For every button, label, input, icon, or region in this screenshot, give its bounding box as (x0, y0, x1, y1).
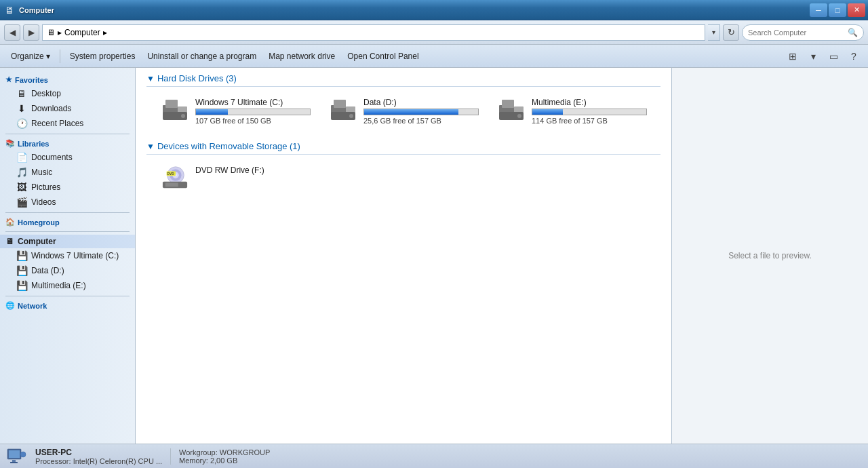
address-dropdown[interactable]: ▾ (708, 24, 720, 41)
sidebar-item-videos[interactable]: 🎬 Videos (0, 195, 135, 210)
libraries-label: Libraries (18, 140, 49, 148)
path-text: Computer (64, 28, 100, 37)
c-drive-icon-wrap (161, 98, 189, 122)
dvd-drive-name: DVD RW Drive (F:) (195, 165, 264, 175)
main-content: ★ Favorites 🖥 Desktop ⬇ Downloads 🕐 Rece… (0, 68, 868, 444)
removable-grid: DVD DVD RW Drive (F:) (146, 163, 660, 193)
search-box[interactable]: 🔍 (742, 24, 864, 41)
dvd-drive-item[interactable]: DVD DVD RW Drive (F:) (157, 163, 293, 193)
sidebar-item-e-drive[interactable]: 💾 Multimedia (E:) (0, 278, 135, 293)
sidebar: ★ Favorites 🖥 Desktop ⬇ Downloads 🕐 Rece… (0, 68, 136, 444)
sidebar-item-pictures[interactable]: 🖼 Pictures (0, 180, 135, 195)
homegroup-label: Homegroup (18, 218, 60, 227)
e-drive-bar (532, 109, 563, 115)
d-drive-icon: 💾 (16, 265, 27, 276)
sidebar-section-homegroup: 🏠 Homegroup (0, 216, 135, 229)
organize-label: Organize (11, 52, 44, 61)
processor-value: Intel(R) Celeron(R) CPU ... (73, 457, 162, 465)
svg-rect-25 (12, 460, 16, 462)
sidebar-item-recent[interactable]: 🕐 Recent Places (0, 116, 135, 131)
pictures-label: Pictures (31, 182, 60, 192)
c-drive-name: Windows 7 Ultimate (C:) (195, 98, 311, 107)
svg-point-27 (20, 452, 26, 457)
svg-rect-1 (165, 100, 178, 108)
d-drive-name: Data (D:) (363, 98, 479, 107)
hard-drives-title: Hard Disk Drives (3) (157, 73, 237, 83)
open-control-panel-button[interactable]: Open Control Panel (342, 47, 424, 65)
c-drive-bar-container (195, 109, 311, 115)
window-icon: 🖥 (3, 3, 16, 17)
svg-point-4 (181, 114, 185, 118)
c-drive-bar (196, 109, 228, 115)
hard-drives-header[interactable]: ▼ Hard Disk Drives (3) (146, 73, 660, 87)
file-area: ▼ Hard Disk Drives (3) (136, 68, 671, 444)
sidebar-header-favorites[interactable]: ★ Favorites (0, 73, 135, 86)
pictures-icon: 🖼 (16, 182, 27, 193)
organize-arrow: ▾ (46, 52, 50, 61)
address-path[interactable]: 🖥 ▸ Computer ▸ (42, 24, 705, 41)
c-drive-label: Windows 7 Ultimate (C:) (31, 251, 119, 260)
organize-button[interactable]: Organize ▾ (5, 47, 56, 65)
hdd-svg-c (161, 98, 189, 121)
processor-label: Processor: (35, 457, 71, 465)
view-dropdown-button[interactable]: ▾ (804, 47, 822, 65)
favorites-icon: ★ (5, 75, 12, 84)
sidebar-item-documents[interactable]: 📄 Documents (0, 150, 135, 165)
d-drive-bar-container (363, 109, 479, 115)
workgroup-value: WORKGROUP (220, 448, 271, 456)
map-network-button[interactable]: Map network drive (263, 47, 340, 65)
maximize-button[interactable]: □ (829, 3, 846, 17)
view-toggle-button[interactable]: ⊞ (784, 47, 802, 65)
system-properties-button[interactable]: System properties (64, 47, 141, 65)
sidebar-section-libraries: 📚 Libraries 📄 Documents 🎵 Music 🖼 Pictur… (0, 137, 135, 210)
sidebar-header-libraries[interactable]: 📚 Libraries (0, 137, 135, 150)
status-workgroup-info: Workgroup: WORKGROUP Memory: 2,00 GB (179, 448, 270, 465)
status-pc-name: USER-PC (35, 448, 162, 457)
hdd-svg-d (330, 98, 357, 121)
sidebar-item-c-drive[interactable]: 💾 Windows 7 Ultimate (C:) (0, 248, 135, 263)
search-input[interactable] (748, 28, 845, 37)
sidebar-header-computer[interactable]: 🖥 Computer (0, 235, 135, 248)
refresh-button[interactable]: ↻ (723, 24, 739, 41)
title-bar-controls: ─ □ ✕ (810, 3, 865, 17)
d-drive-item[interactable]: Data (D:) 25,6 GB free of 157 GB (326, 95, 483, 128)
help-button[interactable]: ? (845, 47, 863, 65)
sidebar-item-d-drive[interactable]: 💾 Data (D:) (0, 263, 135, 278)
computer-icon: 🖥 (5, 237, 14, 246)
sidebar-header-network[interactable]: 🌐 Network (0, 299, 135, 312)
desktop-icon: 🖥 (16, 88, 27, 99)
e-drive-info: Multimedia (E:) 114 GB free of 157 GB (532, 98, 647, 125)
close-button[interactable]: ✕ (848, 3, 865, 17)
svg-rect-11 (502, 100, 514, 108)
removable-header[interactable]: ▼ Devices with Removable Storage (1) (146, 141, 660, 155)
sidebar-divider-3 (5, 231, 130, 232)
hard-drives-arrow: ▼ (146, 74, 155, 83)
c-drive-free: 107 GB free of 150 GB (195, 117, 311, 125)
e-drive-name: Multimedia (E:) (532, 98, 647, 107)
window-title: Computer (19, 6, 54, 14)
sidebar-item-music[interactable]: 🎵 Music (0, 165, 135, 180)
title-bar: 🖥 Computer ─ □ ✕ (0, 0, 868, 20)
removable-title: Devices with Removable Storage (1) (157, 141, 300, 151)
svg-point-14 (517, 114, 521, 118)
c-drive-icon: 💾 (16, 250, 27, 261)
toolbar-right: ⊞ ▾ ▭ ? (784, 47, 863, 65)
uninstall-button[interactable]: Uninstall or change a program (142, 47, 262, 65)
network-label: Network (18, 302, 47, 310)
minimize-button[interactable]: ─ (810, 3, 827, 17)
videos-label: Videos (31, 197, 56, 207)
d-drive-info: Data (D:) 25,6 GB free of 157 GB (363, 98, 479, 125)
preview-pane-button[interactable]: ▭ (825, 47, 842, 65)
sidebar-section-computer: 🖥 Computer 💾 Windows 7 Ultimate (C:) 💾 D… (0, 235, 135, 293)
sidebar-item-downloads[interactable]: ⬇ Downloads (0, 101, 135, 116)
path-icon: 🖥 (47, 28, 55, 37)
back-button[interactable]: ◀ (4, 24, 20, 41)
e-drive-item[interactable]: Multimedia (E:) 114 GB free of 157 GB (494, 95, 651, 128)
sidebar-item-desktop[interactable]: 🖥 Desktop (0, 86, 135, 101)
toolbar: Organize ▾ System properties Uninstall o… (0, 45, 868, 68)
toolbar-separator-1 (60, 50, 60, 63)
computer-label: Computer (18, 237, 56, 246)
c-drive-item[interactable]: Windows 7 Ultimate (C:) 107 GB free of 1… (157, 95, 315, 128)
forward-button[interactable]: ▶ (23, 24, 39, 41)
sidebar-header-homegroup[interactable]: 🏠 Homegroup (0, 216, 135, 229)
